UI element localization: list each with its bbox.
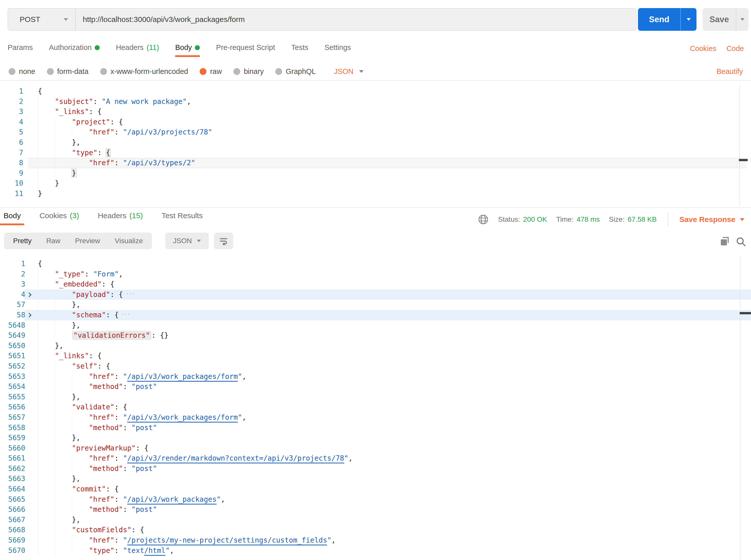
- line-number: 5650: [0, 341, 25, 351]
- code-line: 5670"type": "text/html",: [0, 546, 751, 556]
- indent-guide: [55, 535, 72, 546]
- indent-guide: [38, 443, 55, 454]
- view-tab-visualize[interactable]: Visualize: [115, 237, 143, 245]
- link-text[interactable]: /api/v3/work_packages/form: [127, 372, 238, 382]
- line-gutter: 5648: [0, 320, 33, 331]
- code-token: ": [327, 536, 331, 544]
- fold-slot: [25, 546, 33, 556]
- code-token: :: [114, 372, 123, 381]
- view-tab-preview[interactable]: Preview: [75, 237, 100, 245]
- line-number: 5654: [0, 382, 25, 392]
- tab-params[interactable]: Params: [7, 43, 33, 57]
- response-scrollbar-track[interactable]: [740, 257, 740, 560]
- request-body-editor[interactable]: 1{2"subject": "A new work package",3"_li…: [0, 85, 751, 201]
- code-text: }: [28, 178, 59, 189]
- time-label: Time:: [556, 215, 574, 223]
- code-link[interactable]: Code: [727, 44, 744, 53]
- indent-guide: [55, 320, 72, 331]
- indent-guide: [55, 372, 72, 382]
- response-body-viewer[interactable]: 1{2"_type": "Form",3"_embedded": {4"payl…: [0, 257, 751, 560]
- request-format-select[interactable]: JSON: [334, 67, 363, 76]
- body-type-x-www-form-urlencoded[interactable]: x-www-form-urlencoded: [100, 67, 188, 76]
- code-line: 5668"customFields": {: [0, 525, 751, 535]
- link-text[interactable]: /api/v3/work_packages: [127, 495, 217, 504]
- body-type-form-data[interactable]: form-data: [47, 67, 88, 76]
- save-options-button[interactable]: [736, 8, 749, 31]
- link-text[interactable]: /html: [144, 546, 165, 556]
- indent-guide: [38, 433, 55, 443]
- fold-slot: [23, 168, 28, 179]
- send-button[interactable]: Send: [638, 8, 680, 31]
- indent-guide: [55, 148, 72, 158]
- tab-settings[interactable]: Settings: [324, 43, 351, 57]
- indent-guide: [38, 117, 55, 127]
- fold-slot: [25, 474, 33, 484]
- request-scrollbar-track[interactable]: [739, 85, 740, 206]
- indent-guide: [72, 546, 89, 556]
- fold-toggle-icon[interactable]: [27, 313, 31, 317]
- response-tab-body[interactable]: Body: [0, 212, 24, 225]
- link-text[interactable]: /api/v3/render/markdown?context=/api/v3/…: [127, 454, 344, 463]
- line-number: 11: [0, 189, 23, 199]
- body-type-raw[interactable]: raw: [200, 67, 222, 76]
- radio-icon: [275, 68, 282, 75]
- line-number: 7: [0, 148, 23, 158]
- body-type-label: raw: [210, 67, 222, 76]
- copy-response-button[interactable]: [718, 235, 731, 249]
- tab-authorization[interactable]: Authorization: [49, 43, 100, 57]
- tab-pre-request-script[interactable]: Pre-request Script: [216, 43, 275, 57]
- code-token: ,: [349, 454, 353, 462]
- code-token: :: [123, 505, 132, 514]
- url-text: http://localhost:3000/api/v3/work_packag…: [83, 15, 245, 24]
- indent-guide: [38, 525, 55, 535]
- indent-guide: [38, 107, 55, 117]
- wrap-text-button[interactable]: [214, 233, 233, 249]
- save-response-button[interactable]: Save Response: [679, 215, 745, 224]
- time-badge: Time: 478 ms: [556, 215, 600, 223]
- send-options-button[interactable]: [680, 8, 696, 31]
- response-tab-test-results[interactable]: Test Results: [158, 212, 206, 225]
- line-number: 5667: [0, 515, 25, 525]
- code-token: :: [114, 495, 123, 503]
- body-type-label: form-data: [57, 67, 88, 76]
- indent-guide: [55, 413, 72, 423]
- url-input[interactable]: http://localhost:3000/api/v3/work_packag…: [76, 8, 636, 30]
- indent-guide: [55, 453, 72, 464]
- code-text: "validate": {: [33, 402, 127, 413]
- code-token: ,: [331, 536, 336, 544]
- beautify-link[interactable]: Beautify: [716, 64, 743, 79]
- tab-body[interactable]: Body: [175, 43, 200, 57]
- code-line: 5659},: [0, 433, 751, 443]
- divider: [0, 80, 751, 81]
- body-type-graphql[interactable]: GraphQL: [275, 67, 316, 76]
- search-response-button[interactable]: [735, 236, 747, 249]
- body-type-label: binary: [244, 67, 264, 76]
- response-format-select[interactable]: JSON: [165, 233, 209, 249]
- code-token: "href": [89, 495, 114, 503]
- response-format-label: JSON: [173, 237, 192, 245]
- line-number: 1: [0, 259, 25, 269]
- indent-guide: [72, 423, 89, 433]
- save-button[interactable]: Save: [703, 8, 736, 31]
- view-tab-raw[interactable]: Raw: [46, 237, 60, 245]
- indent-guide: [55, 392, 72, 402]
- link-text[interactable]: /api/v3/work_packages/form: [127, 413, 238, 422]
- code-text: "method": "post": [33, 504, 157, 515]
- postman-app: POST http://localhost:3000/api/v3/work_p…: [0, 0, 751, 560]
- fold-toggle-icon[interactable]: [27, 292, 31, 297]
- body-type-binary[interactable]: binary: [233, 67, 264, 76]
- body-type-none[interactable]: none: [8, 67, 35, 76]
- tab-headers[interactable]: Headers(11): [116, 43, 159, 57]
- tab-tests[interactable]: Tests: [291, 43, 309, 57]
- link-text[interactable]: /projects/my-new-project/settings/custom…: [127, 536, 327, 545]
- view-tab-pretty[interactable]: Pretty: [13, 237, 32, 245]
- response-tab-cookies[interactable]: Cookies(3): [36, 212, 82, 225]
- method-select[interactable]: POST: [8, 8, 76, 30]
- response-tab-headers[interactable]: Headers(15): [94, 212, 146, 225]
- indent-guide: [38, 464, 55, 474]
- code-line: 1{: [0, 86, 751, 97]
- fold-slot: [25, 372, 33, 382]
- code-line: 5658"method": "post": [0, 423, 751, 433]
- cookies-link[interactable]: Cookies: [690, 44, 716, 53]
- code-line: 2"subject": "A new work package",: [0, 97, 751, 107]
